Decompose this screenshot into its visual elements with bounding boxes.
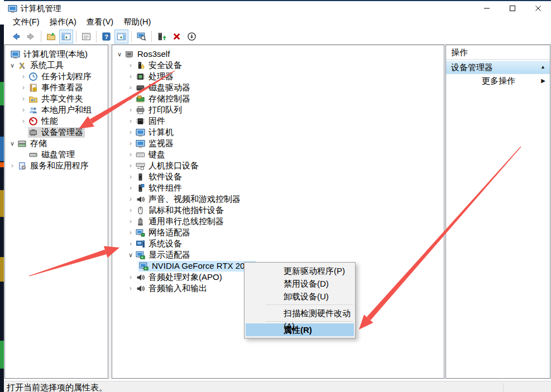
chevron-right-icon[interactable]: › <box>126 138 135 149</box>
tree-item[interactable]: ∨显示适配器 <box>112 249 444 260</box>
chevron-right-icon[interactable]: › <box>126 115 135 127</box>
tree-item-body[interactable]: 服务和应用程序 <box>17 161 90 171</box>
context-menu-item[interactable]: 更新驱动程序(P) <box>246 264 354 277</box>
tree-item[interactable]: ›服务和应用程序 <box>5 160 108 171</box>
chevron-right-icon[interactable]: › <box>19 93 28 104</box>
tree-item[interactable]: ›存储控制器 <box>112 93 444 104</box>
chevron-right-icon[interactable]: › <box>19 104 28 115</box>
tree-item[interactable]: ∨系统工具 <box>5 60 108 71</box>
tree-item-body[interactable]: 键盘 <box>135 149 167 160</box>
tree-item-body[interactable]: 事件查看器 <box>28 83 85 93</box>
tree-item[interactable]: ›鼠标和其他指针设备 <box>112 205 444 216</box>
collapse-arrow-icon[interactable]: ▲ <box>540 61 545 74</box>
menu-help[interactable]: 帮助(H) <box>118 16 156 28</box>
tree-item-body[interactable]: 任务计划程序 <box>28 71 93 82</box>
context-menu-item[interactable]: 扫描检测硬件改动(A) <box>246 307 354 320</box>
tree-item-body[interactable]: 打印队列 <box>135 105 184 115</box>
tree-item[interactable]: ∨存储 <box>5 138 108 149</box>
chevron-down-icon[interactable]: ∨ <box>8 60 17 71</box>
tree-item[interactable]: ›事件查看器 <box>5 82 108 93</box>
tree-item-body[interactable]: 网络适配器 <box>135 228 192 238</box>
tree-item[interactable]: ›人机接口设备 <box>112 160 444 171</box>
chevron-down-icon[interactable]: ∨ <box>126 249 135 260</box>
chevron-right-icon[interactable]: › <box>126 127 135 138</box>
tree-item-body[interactable]: 共享文件夹 <box>28 94 85 104</box>
chevron-right-icon[interactable]: › <box>126 272 135 283</box>
context-menu-item[interactable]: 禁用设备(D) <box>246 277 354 290</box>
back-button[interactable] <box>9 30 23 43</box>
tree-item-body[interactable]: 处理器 <box>135 71 175 82</box>
scan-hardware-button[interactable] <box>135 30 148 43</box>
tree-item[interactable]: ›共享文件夹 <box>5 93 108 104</box>
tree-item-body[interactable]: 性能 <box>28 116 60 127</box>
tree-item-body[interactable]: 安全设备 <box>135 60 184 71</box>
tree-item[interactable]: ›计算机 <box>112 127 444 138</box>
chevron-down-icon[interactable]: ∨ <box>115 49 124 60</box>
tree-item-body[interactable]: 鼠标和其他指针设备 <box>135 205 226 216</box>
tree-item[interactable]: 计算机管理(本地) <box>5 49 108 60</box>
chevron-right-icon[interactable]: › <box>126 193 135 205</box>
tree-item-body[interactable]: 存储 <box>17 138 49 149</box>
chevron-right-icon[interactable]: › <box>126 104 135 115</box>
tree-item-body[interactable]: 本地用户和组 <box>28 105 93 115</box>
chevron-right-icon[interactable]: › <box>126 93 135 104</box>
tree-item-body[interactable]: Ros3self <box>124 49 171 60</box>
tree-item-body[interactable]: 软件组件 <box>135 183 184 193</box>
context-menu-item[interactable]: 卸载设备(U) <box>246 290 354 303</box>
menu-file[interactable]: 文件(F) <box>8 16 45 28</box>
tree-item[interactable]: ›监视器 <box>112 138 444 149</box>
tree-item-body[interactable]: 计算机 <box>135 127 175 138</box>
tree-item[interactable]: ›网络适配器 <box>112 227 444 238</box>
close-button[interactable] <box>525 1 551 16</box>
selected-tree-item[interactable]: 设备管理器 <box>28 127 85 138</box>
chevron-right-icon[interactable]: › <box>8 160 17 171</box>
tree-item[interactable]: ›声音、视频和游戏控制器 <box>112 193 444 205</box>
menu-view[interactable]: 查看(V) <box>82 16 118 28</box>
tree-item-body[interactable]: 存储控制器 <box>135 94 192 104</box>
chevron-right-icon[interactable]: › <box>126 227 135 238</box>
tree-item-body[interactable]: 系统工具 <box>17 60 65 71</box>
uninstall-button[interactable] <box>170 30 184 43</box>
tree-item-body[interactable]: 计算机管理(本地) <box>10 49 89 60</box>
selected-tree-item[interactable]: NVIDIA GeForce RTX 2080 <box>138 261 256 272</box>
tree-item[interactable]: ›键盘 <box>112 149 444 160</box>
tree-item-body[interactable]: 显示适配器 <box>135 250 192 260</box>
chevron-right-icon[interactable]: › <box>126 160 135 171</box>
chevron-right-icon[interactable]: › <box>126 283 135 294</box>
chevron-right-icon[interactable]: › <box>126 182 135 193</box>
tree-item[interactable]: ›任务计划程序 <box>5 71 108 82</box>
minimize-button[interactable] <box>474 1 500 16</box>
tree-item-body[interactable]: 磁盘管理 <box>28 149 76 160</box>
tree-item-body[interactable]: 通用串行总线控制器 <box>135 216 226 227</box>
update-driver-button[interactable] <box>155 30 169 43</box>
tree-item[interactable]: ›处理器 <box>112 71 444 82</box>
chevron-down-icon[interactable]: ∨ <box>8 138 17 149</box>
chevron-right-icon[interactable]: › <box>19 82 28 93</box>
tree-item-body[interactable]: 磁盘驱动器 <box>135 83 192 93</box>
maximize-button[interactable] <box>500 1 525 16</box>
chevron-right-icon[interactable]: › <box>126 171 135 182</box>
tree-item-body[interactable]: 软件设备 <box>135 172 184 182</box>
folder-arrow-button[interactable] <box>44 30 58 43</box>
tree-item-body[interactable]: 音频处理对象(APO) <box>135 272 224 283</box>
tree-item-body[interactable]: 监视器 <box>135 138 175 149</box>
actions-section-device-manager[interactable]: 设备管理器 ▲ <box>446 61 550 74</box>
chevron-right-icon[interactable]: › <box>19 115 28 127</box>
chevron-right-icon[interactable]: › <box>126 216 135 227</box>
tree-item[interactable]: 设备管理器 <box>5 127 108 138</box>
more-actions-item[interactable]: 更多操作 ▶ <box>446 74 550 87</box>
tree-item-body[interactable]: 音频输入和输出 <box>135 283 209 294</box>
tree-item-body[interactable]: 固件 <box>135 116 167 127</box>
tree-item[interactable]: ›固件 <box>112 115 444 127</box>
chevron-right-icon[interactable]: › <box>126 238 135 249</box>
menu-action[interactable]: 操作(A) <box>45 16 82 28</box>
tree-item[interactable]: ›磁盘驱动器 <box>112 82 444 93</box>
tree-item[interactable]: ›软件组件 <box>112 182 444 193</box>
tree-item[interactable]: ›打印队列 <box>112 104 444 115</box>
tree-item[interactable]: ›性能 <box>5 115 108 127</box>
disable-button[interactable] <box>185 30 199 43</box>
tree-item[interactable]: ›通用串行总线控制器 <box>112 216 444 227</box>
tree-item[interactable]: 磁盘管理 <box>5 149 108 160</box>
action-pane-button[interactable] <box>114 30 128 43</box>
tree-item-body[interactable]: 系统设备 <box>135 239 184 249</box>
